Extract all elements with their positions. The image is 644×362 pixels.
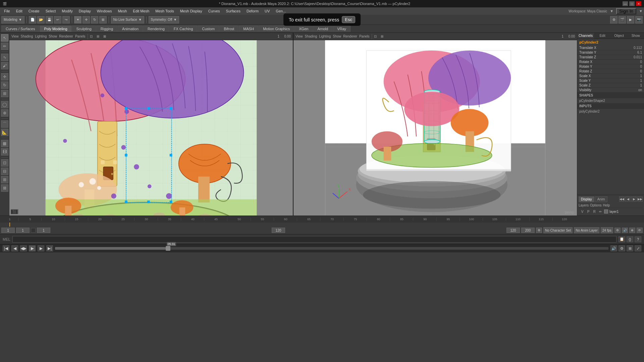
vp-renderer-menu[interactable]: Renderer <box>58 34 74 40</box>
live-surface-dropdown[interactable]: No Live Surface▼ <box>111 16 144 23</box>
scale-z-value[interactable]: 1 <box>640 83 642 87</box>
mesh-display-tool[interactable]: ▦ <box>1 140 8 147</box>
tab-custom[interactable]: Custom <box>198 25 219 32</box>
signin-dropdown-icon[interactable]: ▼ <box>639 9 643 13</box>
rvp-shading-menu[interactable]: Shading <box>304 34 318 40</box>
workspace-dropdown-icon[interactable]: ▼ <box>610 9 613 13</box>
undo-btn[interactable]: ↩ <box>54 16 61 23</box>
vp-shading-menu[interactable]: Shading <box>20 34 34 40</box>
shape-value[interactable]: pCylinderShape2 <box>577 98 644 103</box>
tab-rendering[interactable]: Rendering <box>143 25 169 32</box>
scale-btn[interactable]: ⊞ <box>99 16 107 23</box>
snap-tool[interactable]: ⊕ <box>1 109 8 117</box>
extra-tool-2[interactable]: ⊟ <box>1 168 8 175</box>
edit-tab[interactable]: Edit <box>594 33 611 39</box>
render-settings-btn[interactable]: ⚙ <box>610 16 618 23</box>
menu-mesh-display[interactable]: Mesh Display <box>177 8 205 14</box>
play-forward-btn[interactable]: ▶ <box>29 245 36 251</box>
maximize-button[interactable]: □ <box>629 1 635 6</box>
transport-settings[interactable]: ⚙ <box>536 228 542 233</box>
nav-prev-prev[interactable]: ◀◀ <box>619 196 625 202</box>
menu-gen[interactable]: Gen... <box>273 8 288 14</box>
key-filter-btn[interactable]: ⚙ <box>614 228 621 233</box>
autokey-checkbox[interactable] <box>31 228 36 233</box>
object-tab[interactable]: Object <box>611 33 628 39</box>
menu-mesh[interactable]: Mesh <box>115 8 129 14</box>
rotate-btn[interactable]: ↻ <box>91 16 98 23</box>
options-menu[interactable]: Options <box>590 203 601 207</box>
timeline-scrub-bar[interactable] <box>0 223 644 227</box>
layout-btn[interactable]: ⊞ <box>627 245 633 251</box>
rotate-y-value[interactable]: 0 <box>640 65 642 68</box>
layer1-r[interactable]: R <box>592 210 597 214</box>
tab-xgen[interactable]: XGen <box>294 25 313 32</box>
extra-tool-3[interactable]: ⊞ <box>1 176 8 183</box>
next-frame-btn[interactable]: ▶ <box>38 245 44 251</box>
left-viewport-content[interactable]: ⬛ <box>9 40 293 216</box>
channels-tab[interactable]: Channels <box>577 33 594 39</box>
rvp-icon-2[interactable]: ⊞ <box>380 34 386 40</box>
nav-next-next[interactable]: ▶▶ <box>637 196 643 202</box>
fullscreen-btn[interactable]: ⤢ <box>635 245 641 251</box>
minimize-button[interactable]: — <box>623 1 628 6</box>
mel-input[interactable] <box>12 236 616 243</box>
layer1-p[interactable]: P <box>586 210 591 214</box>
esc-key[interactable]: Esc <box>342 16 355 23</box>
menu-windows[interactable]: Windows <box>94 8 115 14</box>
menu-edit[interactable]: Edit <box>13 8 25 14</box>
tab-sculpting[interactable]: Sculpting <box>72 25 96 32</box>
audio-btn[interactable]: 🔊 <box>622 228 628 233</box>
scale-y-value[interactable]: 1 <box>640 79 642 82</box>
snapshot-btn[interactable]: 📷 <box>635 16 643 23</box>
layer1-pencil[interactable]: ✏ <box>598 210 603 214</box>
menu-deform[interactable]: Deform <box>244 8 261 14</box>
vp-icon-2[interactable]: ⊞ <box>96 34 102 40</box>
rvp-resolution-1[interactable]: 1 <box>561 34 567 40</box>
scale-x-value[interactable]: 1 <box>640 74 642 78</box>
settings-btn[interactable]: ⚙ <box>619 245 625 251</box>
scale-tool[interactable]: ⊞ <box>1 90 8 97</box>
progress-thumb[interactable]: 05:31 <box>166 246 170 251</box>
menu-curves[interactable]: Curves <box>206 8 223 14</box>
paint-sel-tool[interactable]: 🖌 <box>1 62 8 69</box>
volume-btn[interactable]: 🔊 <box>610 245 617 251</box>
current-frame-input[interactable] <box>16 228 30 233</box>
playback-end-input[interactable] <box>506 228 520 233</box>
layers-menu[interactable]: Layers <box>579 203 589 207</box>
next-keyframe-btn[interactable]: ▶| <box>46 245 53 251</box>
anim-end-input[interactable] <box>521 228 535 233</box>
translate-x-value[interactable]: 0.112 <box>634 46 642 50</box>
show-tab[interactable]: Show <box>627 33 644 39</box>
vp-icon-1[interactable]: ⊡ <box>89 34 95 40</box>
menu-create[interactable]: Create <box>26 8 42 14</box>
measure-tool[interactable]: 📐 <box>1 129 8 136</box>
quick-help-btn[interactable]: ? <box>635 236 641 242</box>
layer1-name[interactable]: layer1 <box>609 210 641 214</box>
lasso-tool[interactable]: ∿ <box>1 54 8 61</box>
menu-edit-mesh[interactable]: Edit Mesh <box>130 8 152 14</box>
ipr-btn[interactable]: ▶ <box>627 16 634 23</box>
prev-frame-btn[interactable]: ◀ <box>11 245 18 251</box>
menu-select[interactable]: Select <box>43 8 59 14</box>
rvp-view-menu[interactable]: View <box>295 34 304 40</box>
rvp-icon-1[interactable]: ⊡ <box>373 34 379 40</box>
tab-rigging[interactable]: Rigging <box>96 25 117 32</box>
layer1-v[interactable]: V <box>580 210 585 214</box>
render-tool[interactable]: 🎞 <box>1 148 8 156</box>
play-back-btn[interactable]: ◀▶ <box>20 245 27 251</box>
help-menu[interactable]: Help <box>603 203 610 207</box>
close-button[interactable]: ✕ <box>636 1 641 6</box>
sign-in-button[interactable]: Sign In <box>616 8 636 14</box>
extra-tool-1[interactable]: ⊡ <box>1 159 8 167</box>
mode-dropdown[interactable]: Modeling▼ <box>1 16 24 23</box>
nav-prev[interactable]: ◀ <box>625 196 631 202</box>
tab-fx-caching[interactable]: FX Caching <box>169 25 197 32</box>
tab-poly-modeling[interactable]: Poly Modeling <box>40 25 71 32</box>
timeline-ruler[interactable]: 1 5 10 15 20 25 30 35 40 45 50 55 60 65 … <box>0 216 644 223</box>
vp-panels-menu[interactable]: Panels <box>74 34 86 40</box>
tab-arnold[interactable]: Arnold <box>313 25 332 32</box>
extra-tool-4[interactable]: ⊠ <box>1 184 8 192</box>
render-view-btn[interactable]: 🎬 <box>619 16 626 23</box>
display-layer-tab[interactable]: Display <box>579 196 594 202</box>
start-frame-input[interactable] <box>1 228 15 233</box>
